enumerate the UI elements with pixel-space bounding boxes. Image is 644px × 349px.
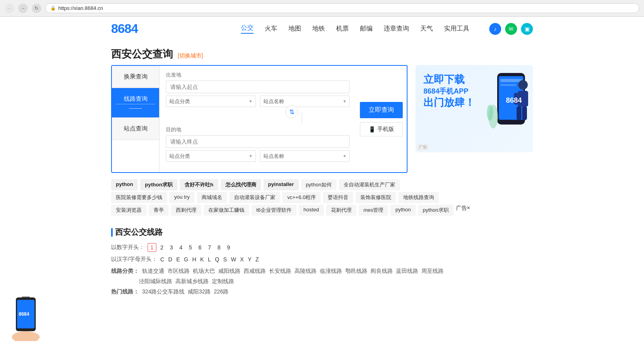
tab-stop[interactable]: 站点查询 [112,118,159,140]
tag-qingting[interactable]: 青亭 [149,205,169,216]
nav-map[interactable]: 地图 [288,25,301,33]
dest-name-select[interactable]: 站点名称 [260,150,350,162]
filter-letter-d[interactable]: D [168,256,172,263]
back-button[interactable]: ← [5,4,14,13]
filter-num-7[interactable]: 7 [206,244,213,251]
filter-letter-s[interactable]: S [223,256,227,263]
music-icon[interactable]: ♪ [489,23,501,35]
origin-row: 站点分类 站点名称 [166,96,350,107]
nav-bus[interactable]: 公交 [241,24,254,34]
cat-changan[interactable]: 长安线路 [269,268,291,275]
hot-route-324[interactable]: 324路公交车路线 [142,288,185,295]
tag-vc[interactable]: vc++6.0程序 [283,192,321,203]
filter-letter-x[interactable]: X [240,256,244,263]
filter-letter-k[interactable]: K [200,256,204,263]
tag-auto-fill[interactable]: 全自动灌装机生产厂家 [339,179,400,190]
filter-letter-z[interactable]: Z [256,256,259,263]
tag-auto-fill2[interactable]: 自动灌装设备厂家 [229,192,280,203]
filter-num-6[interactable]: 6 [196,244,204,251]
origin-name-select[interactable]: 站点名称 [260,96,350,107]
swap-button[interactable]: ⇅ [285,105,298,118]
filter-letter-l[interactable]: L [208,256,211,263]
filter-letter-h[interactable]: H [192,256,196,263]
tag-python-how[interactable]: python如何 [301,179,336,190]
forward-button[interactable]: → [18,4,28,13]
dest-input[interactable] [166,135,350,148]
cat-zhouzhi[interactable]: 周至线路 [421,268,444,275]
origin-label: 出发地 [166,71,350,79]
tag-metro-route[interactable]: 地铁线路查询 [398,192,439,203]
filter-letter-g[interactable]: G [184,256,188,263]
tag-baby[interactable]: 婴语抖音 [323,192,353,203]
address-bar[interactable]: 🔒 https://xian.8684.cn [45,3,639,13]
nav-violation[interactable]: 违章查询 [384,25,409,33]
tag-python-job[interactable]: python求职 [140,179,177,190]
filter-num-8[interactable]: 8 [215,244,223,251]
svg-rect-7 [523,93,528,105]
cat-airport[interactable]: 机场大巴 [193,268,215,275]
cat-jingyang[interactable]: 泾阳城际线路 [139,278,172,285]
filter-num-3[interactable]: 3 [167,244,175,251]
hot-route-226[interactable]: 226路 [214,288,229,295]
tag-agent[interactable]: 怎么找代理商 [221,179,261,190]
cat-city[interactable]: 市区线路 [167,268,190,275]
filter-num-2[interactable]: 2 [158,244,166,251]
filter-letter-e[interactable]: E [176,256,180,263]
cat-yanliang[interactable]: 阎良线路 [371,268,393,275]
refresh-button[interactable]: ↻ [32,4,41,13]
city-switch[interactable]: [切换城市] [178,52,203,59]
nav-flight[interactable]: 机票 [336,25,349,33]
cat-xianyang[interactable]: 咸阳线路 [218,268,240,275]
nav-zipcode[interactable]: 邮编 [360,25,373,33]
tag-hosted[interactable]: hosted [299,205,324,216]
filter-num-9[interactable]: 9 [225,244,233,251]
tag-you-try[interactable]: you try [169,192,194,203]
tag-t6[interactable]: t6企业管理软件 [252,205,296,216]
origin-category-select[interactable]: 站点分类 [166,96,256,107]
tag-pyinstaller[interactable]: pyinstaller [263,179,299,190]
filter-letter-c[interactable]: C [160,256,164,263]
nav-metro[interactable]: 地铁 [312,25,325,33]
filter-num-4[interactable]: 4 [177,244,185,251]
filter-num-1[interactable]: 1 [148,243,156,252]
cat-gaoxin[interactable]: 高新城乡线路 [175,278,209,285]
filter-num-5[interactable]: 5 [186,244,194,251]
query-button[interactable]: 立即查询 [360,102,403,118]
tab-route[interactable]: 线路查询——— [112,88,159,118]
tag-hospital[interactable]: 医院装修需要多少钱 [111,192,167,203]
cat-lantian[interactable]: 蓝田线路 [396,268,418,275]
nav-train[interactable]: 火车 [265,25,277,33]
cat-gaoling[interactable]: 高陵线路 [294,268,317,275]
nav-weather[interactable]: 天气 [420,25,433,33]
qr-icon[interactable]: ▣ [521,23,533,35]
filter-letter-w[interactable]: W [231,256,236,263]
tag-work-home[interactable]: 在家做加工赚钱 [204,205,249,216]
origin-input[interactable] [166,81,350,93]
logo[interactable]: 8684 [111,21,138,36]
tab-transfer[interactable]: 换乘查询 [112,66,159,88]
cat-huyi[interactable]: 鄠邑线路 [345,268,367,275]
filter-letter-y[interactable]: Y [248,256,251,263]
mobile-button[interactable]: 📱 手机版 [360,122,403,136]
tag-python-job2[interactable]: python求职 [418,205,454,216]
wechat-icon[interactable]: ✉ [505,23,517,35]
tag-hao[interactable]: 含好不许吐h [180,179,218,190]
filter-letter-q[interactable]: Q [215,256,219,263]
cat-rail[interactable]: 轨道交通 [142,268,164,275]
nav-tools[interactable]: 实用工具 [444,25,469,33]
tag-huaci[interactable]: 花刺代理 [326,205,356,216]
lock-icon: 🔒 [50,6,56,11]
ad-close-tag[interactable]: 广告× [456,205,470,216]
tag-mes[interactable]: mes管理 [359,205,388,216]
tag-python[interactable]: python [111,179,138,190]
hot-route-xianyang32[interactable]: 咸阳32路 [188,288,211,295]
cat-lintong[interactable]: 临潼线路 [320,268,342,275]
tag-decor[interactable]: 装饰装修医院 [356,192,396,203]
tag-xici[interactable]: 西刺代理 [171,205,201,216]
tag-python2[interactable]: python [390,205,415,216]
dest-category-select[interactable]: 站点分类 [166,150,256,162]
cat-custom[interactable]: 定制线路 [212,278,234,285]
tag-mall-domain[interactable]: 商城域名 [197,192,227,203]
tag-browser[interactable]: 安装浏览器 [111,205,146,216]
cat-xixian[interactable]: 西咸线路 [244,268,266,275]
